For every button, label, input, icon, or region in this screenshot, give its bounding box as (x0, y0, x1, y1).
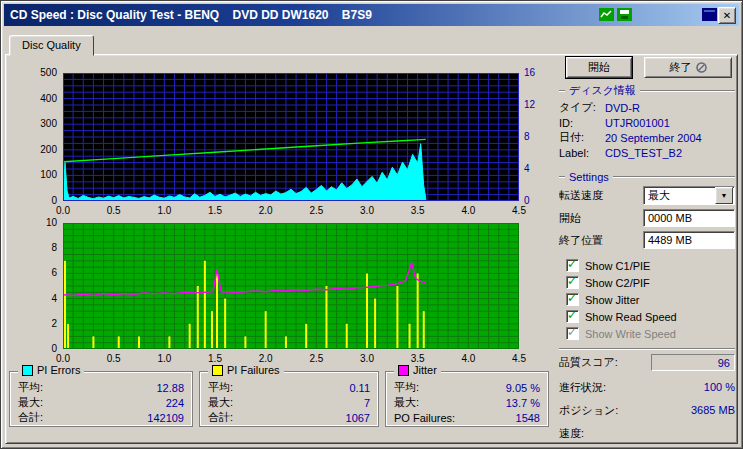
position-label: ポジション: (559, 403, 618, 418)
axis-tick-label: 0 (524, 195, 530, 207)
axis-tick-label: 4.5 (506, 353, 532, 365)
start-button-label: 開始 (588, 60, 610, 75)
disc-id-label: ID: (559, 117, 605, 129)
axis-tick-label: 400 (31, 93, 57, 105)
tab-disc-quality[interactable]: Disc Quality (9, 35, 94, 56)
transfer-speed-label: 転送速度 (559, 188, 603, 203)
show-options-list: ✓Show C1/PIE ✓Show C2/PIF ✓Show Jitter ✓… (566, 257, 735, 342)
speed-label: 速度: (559, 426, 584, 441)
progress-label: 進行状況: (559, 380, 606, 395)
position-value: 3685 MB (691, 404, 735, 416)
axis-tick-label: 2.0 (253, 205, 279, 217)
stat-label: 合計: (208, 410, 233, 425)
start-position-label: 開始 (559, 211, 581, 226)
disc-label-value: CDS_TEST_B2 (605, 147, 682, 159)
start-button[interactable]: 開始 (566, 57, 632, 78)
axis-tick-label: 200 (31, 144, 57, 156)
stat-label: 合計: (18, 410, 43, 425)
legend-title-label: Jitter (413, 364, 437, 376)
axis-tick-label: 0 (31, 195, 57, 207)
axis-tick-label: 3.0 (354, 353, 380, 365)
start-position-field[interactable]: 0000 MB (643, 209, 735, 227)
window-title: CD Speed : Disc Quality Test - BENQ DVD … (10, 8, 372, 22)
axis-tick-label: 2.5 (303, 205, 329, 217)
end-position-field[interactable]: 4489 MB (643, 231, 735, 249)
axis-tick-label: 0 (31, 343, 57, 355)
stat-label: 平均: (208, 380, 233, 395)
checkbox-box: ✓ (566, 276, 579, 289)
stat-value: 224 (166, 397, 184, 409)
axis-tick-label: 100 (31, 169, 57, 181)
axis-tick-label: 3.5 (405, 205, 431, 217)
quality-score-label: 品質スコア: (559, 355, 618, 370)
disc-info-heading: ディスク情報 (559, 84, 735, 97)
exit-button[interactable]: 終了 (644, 57, 732, 78)
axis-tick-label: 2.5 (303, 353, 329, 365)
checkbox-show-c1-pie[interactable]: ✓Show C1/PIE (566, 257, 735, 274)
checkbox-box: ✓ (566, 259, 579, 272)
pi-failures-jitter-chart (63, 223, 519, 349)
axis-tick-label: 0.5 (101, 353, 127, 365)
stat-label: 平均: (394, 380, 419, 395)
disc-label-label: Label: (559, 147, 605, 159)
pi-errors-read-speed-chart (63, 73, 519, 201)
checkbox-box: ✓ (566, 293, 579, 306)
stat-value: 12.88 (156, 382, 184, 394)
pi-failures-swatch (212, 365, 223, 376)
axis-tick-label: 300 (31, 118, 57, 130)
axis-tick-label: 500 (31, 67, 57, 79)
checkbox-show-write-speed: ✓Show Write Speed (566, 325, 735, 342)
axis-tick-label: 6 (31, 267, 57, 279)
stat-label: 最大: (18, 395, 43, 410)
axis-tick-label: 2.0 (253, 353, 279, 365)
pi-errors-swatch (22, 365, 33, 376)
chevron-down-icon[interactable]: ▼ (715, 187, 733, 204)
transfer-speed-select[interactable]: 最大 ▼ (643, 186, 735, 205)
stat-value: 9.05 % (506, 382, 540, 394)
axis-tick-label: 3.5 (405, 353, 431, 365)
checkbox-show-c2-pif[interactable]: ✓Show C2/PIF (566, 274, 735, 291)
axis-tick-label: 3.0 (354, 205, 380, 217)
disc-date-label: 日付: (559, 130, 605, 145)
axis-tick-label: 1.5 (202, 353, 228, 365)
axis-tick-label: 10 (31, 217, 57, 229)
checkbox-box: ✓ (566, 327, 579, 340)
axis-tick-label: 4.0 (455, 353, 481, 365)
stat-label: 最大: (394, 395, 419, 410)
stat-label: 最大: (208, 395, 233, 410)
stat-value: 1067 (346, 412, 370, 424)
axis-tick-label: 2 (31, 318, 57, 330)
checkbox-box: ✓ (566, 310, 579, 323)
navy-window-icon[interactable] (701, 7, 717, 22)
close-button[interactable]: ✕ (718, 7, 736, 24)
disc-id-value: UTJR001001 (605, 117, 670, 129)
stat-value: 0.11 (349, 382, 370, 394)
transfer-speed-value: 最大 (644, 188, 715, 203)
stat-value: 142109 (147, 412, 184, 424)
tab-strip: Disc Quality (9, 34, 94, 54)
axis-tick-label: 4 (524, 163, 530, 175)
green-chart-icon[interactable] (598, 7, 614, 22)
stat-value: 1548 (516, 412, 540, 424)
legend-title-label: PI Errors (37, 364, 80, 376)
checkbox-show-jitter[interactable]: ✓Show Jitter (566, 291, 735, 308)
disc-type-value: DVD-R (605, 102, 640, 114)
exit-icon (696, 62, 707, 73)
settings-heading: Settings (559, 170, 735, 183)
disc-date-value: 20 September 2004 (605, 132, 702, 144)
app-window: CD Speed : Disc Quality Test - BENQ DVD … (0, 0, 743, 449)
disc-type-label: タイプ: (559, 100, 605, 115)
checkbox-show-read-speed[interactable]: ✓Show Read Speed (566, 308, 735, 325)
quality-score-value: 96 (651, 354, 735, 371)
close-icon: ✕ (723, 11, 731, 21)
exit-button-label: 終了 (670, 60, 692, 75)
green-disc-icon[interactable] (616, 7, 632, 22)
right-panel: 開始 終了 ディスク情報 タイプ:DVD-R ID:UTJR001001 日付:… (559, 57, 735, 440)
axis-tick-label: 12 (524, 99, 535, 111)
progress-value: 100 % (704, 381, 735, 393)
stat-value: 13.7 % (506, 397, 540, 409)
axis-tick-label: 4 (31, 293, 57, 305)
jitter-swatch (398, 365, 409, 376)
legend-title-label: PI Failures (227, 364, 280, 376)
axis-tick-label: 1.0 (151, 353, 177, 365)
